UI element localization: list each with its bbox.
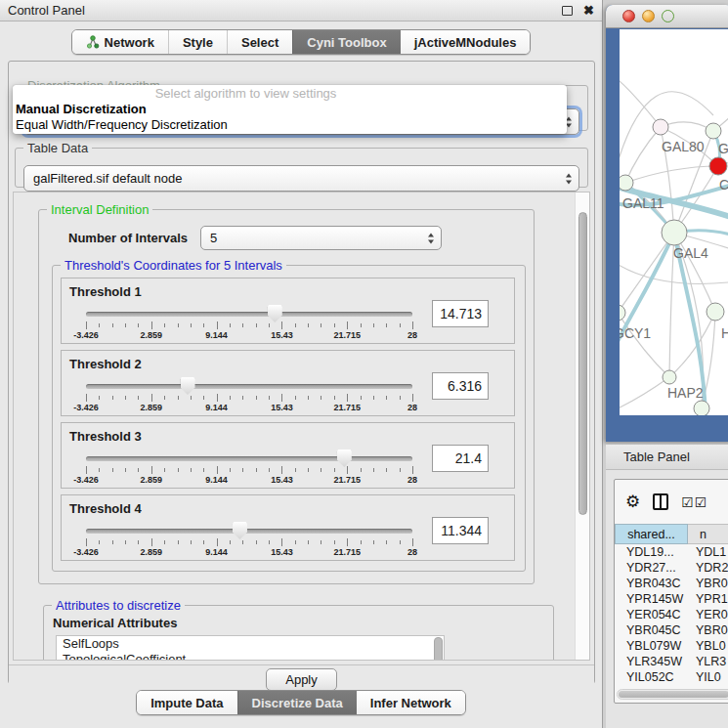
node-pale-green-top[interactable] xyxy=(706,123,721,139)
table-row[interactable]: YIL052CYIL0 xyxy=(615,669,728,685)
vertical-scrollbar-thumb[interactable] xyxy=(578,212,587,515)
cell-shared-name[interactable]: YPR145W xyxy=(615,591,688,607)
table-row[interactable]: YBL079WYBL0 xyxy=(615,638,728,654)
slider-scale-labels: -3.4262.8599.14415.4321.71528 xyxy=(86,403,412,413)
tab-impute-data[interactable]: Impute Data xyxy=(137,691,236,714)
cell-name[interactable]: YBR0 xyxy=(688,576,728,591)
cell-name[interactable]: YPR1 xyxy=(688,591,728,607)
node-gcy1[interactable] xyxy=(620,305,625,321)
cell-name[interactable]: YBL0 xyxy=(688,638,728,654)
close-traffic-light-icon[interactable] xyxy=(622,10,635,22)
apply-button[interactable]: Apply xyxy=(266,668,337,691)
attribute-items: SelfLoopsTopologicalCoefficientBetweenne… xyxy=(57,636,444,661)
slider-track[interactable] xyxy=(86,456,412,461)
tab-network[interactable]: Network xyxy=(72,30,168,54)
popup-option-manual-discretization[interactable]: Manual Discretization xyxy=(13,102,567,117)
cell-name[interactable]: YLR3 xyxy=(688,654,728,669)
cell-name[interactable]: YER0 xyxy=(688,607,728,622)
slider-track[interactable] xyxy=(86,312,412,317)
table-row[interactable]: YER054CYER0 xyxy=(615,607,728,622)
cell-shared-name[interactable]: YER054C xyxy=(615,607,688,622)
slider-handle[interactable] xyxy=(233,522,247,539)
combo-stepper-icon xyxy=(428,233,434,243)
table-row[interactable]: YDR27...YDR2 xyxy=(615,560,728,576)
node-gal11[interactable] xyxy=(620,175,633,191)
table-row[interactable]: YDL19...YDL1 xyxy=(615,544,728,560)
horizontal-scrollbar[interactable] xyxy=(617,689,728,700)
number-of-intervals-row: Number of Intervals 5 xyxy=(68,226,534,250)
cell-name[interactable]: YDR2 xyxy=(688,560,728,576)
control-panel-titlebar: Control Panel ✖ xyxy=(0,0,602,21)
tab-select-label: Select xyxy=(241,35,278,50)
vertical-scrollbar[interactable] xyxy=(575,193,589,660)
table-row[interactable]: YBR043CYBR0 xyxy=(615,576,728,591)
slider-handle[interactable] xyxy=(268,305,282,322)
network-canvas[interactable]: GAL80 GA C GAL11 GAL4 GCY1 H HAP2 xyxy=(620,29,728,415)
threshold-value-field[interactable]: 21.4 xyxy=(432,445,489,472)
minimize-traffic-light-icon[interactable] xyxy=(642,10,655,22)
cell-shared-name[interactable]: YDR27... xyxy=(615,560,688,576)
tab-style[interactable]: Style xyxy=(168,30,227,54)
cell-shared-name[interactable]: YIL052C xyxy=(615,669,688,685)
threshold-title: Threshold 3 xyxy=(62,423,514,444)
table-panel-titlebar: Table Panel xyxy=(606,445,728,470)
tab-jactivemnodules[interactable]: jActiveMNodules xyxy=(401,30,531,54)
horizontal-scrollbar-thumb[interactable] xyxy=(619,691,728,698)
threshold-value-field[interactable]: 14.713 xyxy=(432,300,489,327)
node-bottom-partial[interactable] xyxy=(694,401,709,415)
table-row[interactable]: YLR345WYLR3 xyxy=(615,654,728,669)
tab-select[interactable]: Select xyxy=(227,30,292,54)
gear-icon[interactable]: ⚙ xyxy=(625,493,640,510)
tab-impute-data-label: Impute Data xyxy=(150,696,223,710)
attribute-list-item[interactable]: SelfLoops xyxy=(57,636,444,652)
column-header-shared-name[interactable]: shared... xyxy=(615,524,688,544)
threshold-slider[interactable]: -3.4262.8599.14415.4321.71528 xyxy=(86,309,412,340)
cell-name[interactable]: YDL1 xyxy=(688,544,728,560)
thresholds-group: Threshold's Coordinates for 5 Intervals … xyxy=(52,258,526,572)
table-data-combobox[interactable]: galFiltered.sif default node xyxy=(23,165,579,192)
node-hap2[interactable] xyxy=(663,370,676,384)
node-gal4[interactable] xyxy=(662,220,687,245)
node-h[interactable] xyxy=(707,303,724,321)
threshold-slider[interactable]: -3.4262.8599.14415.4321.71528 xyxy=(86,526,412,557)
slider-track[interactable] xyxy=(86,529,412,534)
tab-discretize-data[interactable]: Discretize Data xyxy=(237,691,357,714)
column-header-name[interactable]: n xyxy=(688,524,728,544)
attribute-list-item[interactable]: TopologicalCoefficient xyxy=(57,652,444,661)
cell-shared-name[interactable]: YBR043C xyxy=(615,576,688,591)
zoom-traffic-light-icon[interactable] xyxy=(662,10,674,22)
slider-ticks xyxy=(86,394,412,402)
table-row[interactable]: YBR045CYBR0 xyxy=(615,622,728,638)
cell-shared-name[interactable]: YBL079W xyxy=(615,638,688,654)
node-pink[interactable] xyxy=(653,119,668,135)
threshold-value-field[interactable]: 6.316 xyxy=(432,372,489,400)
slider-track[interactable] xyxy=(86,384,412,389)
close-icon[interactable]: ✖ xyxy=(583,4,594,17)
number-of-intervals-combobox[interactable]: 5 xyxy=(200,226,442,250)
interval-definition-legend: Interval Definition xyxy=(47,202,152,217)
cell-shared-name[interactable]: YDL19... xyxy=(615,544,688,560)
threshold-slider[interactable]: -3.4262.8599.14415.4321.71528 xyxy=(86,453,412,485)
checkbox-icons[interactable]: ☑☑ xyxy=(681,494,707,510)
attribute-list-scrollbar[interactable] xyxy=(434,637,443,661)
float-window-icon[interactable] xyxy=(562,6,573,16)
threshold-value-field[interactable]: 11.344 xyxy=(432,517,489,544)
cell-name[interactable]: YIL0 xyxy=(688,669,728,685)
numerical-attributes-list[interactable]: SelfLoopsTopologicalCoefficientBetweenne… xyxy=(56,635,445,661)
node-red-selected[interactable] xyxy=(709,157,727,175)
network-window-titlebar[interactable] xyxy=(606,5,728,28)
threshold-panel-1: Threshold 1-3.4262.8599.14415.4321.71528… xyxy=(61,278,515,344)
tab-infer-network[interactable]: Infer Network xyxy=(357,691,465,714)
slider-handle[interactable] xyxy=(181,377,195,395)
split-columns-icon[interactable] xyxy=(653,493,668,510)
slider-handle[interactable] xyxy=(337,450,352,467)
tab-cyni-toolbox[interactable]: Cyni Toolbox xyxy=(292,30,400,54)
threshold-title: Threshold 2 xyxy=(62,351,514,371)
cell-name[interactable]: YBR0 xyxy=(688,622,728,638)
popup-option-equal-width-frequency[interactable]: Equal Width/Frequency Discretization xyxy=(13,117,567,133)
cell-shared-name[interactable]: YLR345W xyxy=(615,654,688,669)
interval-definition-group: Interval Definition Number of Intervals … xyxy=(38,202,535,584)
cell-shared-name[interactable]: YBR045C xyxy=(615,622,688,638)
threshold-slider[interactable]: -3.4262.8599.14415.4321.71528 xyxy=(86,381,412,412)
table-row[interactable]: YPR145WYPR1 xyxy=(615,591,728,607)
